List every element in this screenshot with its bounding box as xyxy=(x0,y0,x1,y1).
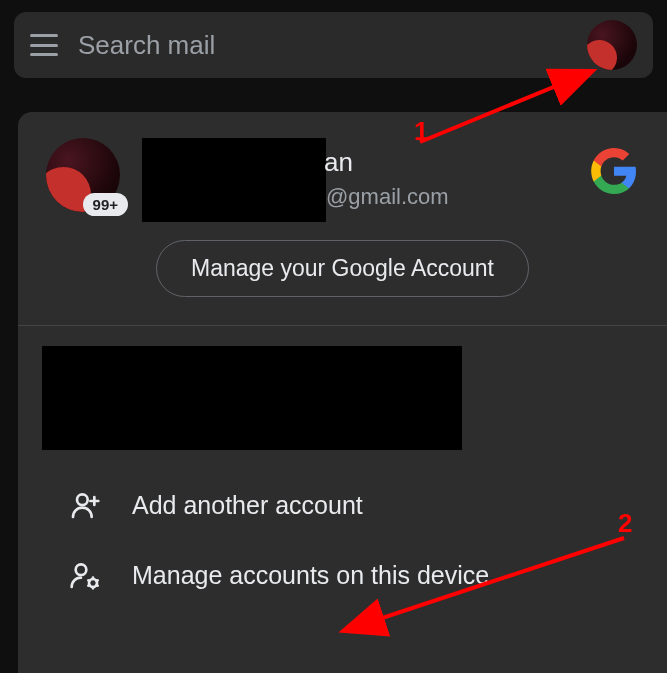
svg-point-0 xyxy=(77,494,88,505)
add-account-item[interactable]: Add another account xyxy=(18,470,667,540)
account-info: an @gmail.com xyxy=(142,138,639,210)
avatar-container: 99+ xyxy=(46,138,120,212)
person-gear-icon xyxy=(68,558,102,592)
hamburger-menu-icon[interactable] xyxy=(30,34,58,56)
account-name-suffix: an xyxy=(324,147,353,178)
divider xyxy=(18,325,667,326)
search-bar[interactable]: Search mail xyxy=(14,12,653,78)
svg-point-1 xyxy=(76,564,87,575)
account-switcher-panel: 99+ an @gmail.com Manage your Google Acc… xyxy=(18,112,667,673)
google-logo-icon xyxy=(589,146,639,196)
manage-google-account-button[interactable]: Manage your Google Account xyxy=(156,240,529,297)
manage-device-label: Manage accounts on this device xyxy=(132,561,489,590)
person-add-icon xyxy=(68,488,102,522)
current-account-header: 99+ an @gmail.com xyxy=(18,112,667,212)
unread-count-badge: 99+ xyxy=(83,193,128,216)
annotation-label-2: 2 xyxy=(618,508,632,539)
redacted-secondary-account xyxy=(42,346,462,450)
add-account-label: Add another account xyxy=(132,491,363,520)
profile-avatar-button[interactable] xyxy=(587,20,637,70)
manage-device-accounts-item[interactable]: Manage accounts on this device xyxy=(18,540,667,610)
annotation-label-1: 1 xyxy=(414,116,428,147)
redacted-name-block xyxy=(142,138,326,222)
search-placeholder[interactable]: Search mail xyxy=(78,30,567,61)
